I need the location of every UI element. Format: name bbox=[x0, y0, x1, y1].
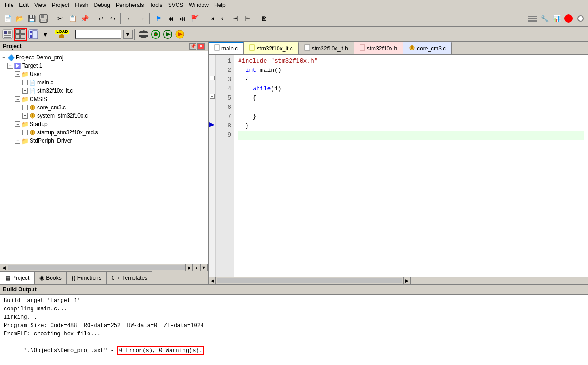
gutter-row-9 bbox=[209, 129, 215, 138]
menu-edit[interactable]: Edit bbox=[16, 1, 32, 9]
corecm3-icon bbox=[29, 104, 36, 111]
expand-corecm3[interactable]: + bbox=[22, 105, 28, 110]
tab-functions[interactable]: {} Functions bbox=[67, 271, 107, 284]
load-button[interactable]: LOAD bbox=[57, 29, 68, 40]
indent-button2[interactable]: ⇥| bbox=[230, 13, 241, 24]
expand-cmsis[interactable]: − bbox=[15, 96, 20, 102]
expand-startups[interactable]: + bbox=[22, 130, 28, 135]
project-pin-button[interactable]: 📌 bbox=[189, 43, 196, 50]
menu-tools[interactable]: Tools bbox=[147, 1, 165, 9]
tree-node-cmsis[interactable]: − 📁 CMSIS bbox=[0, 95, 208, 103]
code-line-3: { bbox=[238, 75, 584, 84]
menu-window[interactable]: Window bbox=[186, 1, 211, 9]
bookmark-button[interactable]: ⚑ bbox=[153, 13, 164, 24]
menu-flash[interactable]: Flash bbox=[72, 1, 91, 9]
indent-button3[interactable]: |⇤ bbox=[242, 13, 253, 24]
target-input[interactable]: Target 1 bbox=[75, 30, 121, 39]
tree-node-user[interactable]: − 📁 User bbox=[0, 70, 208, 78]
toolbar-extra[interactable] bbox=[575, 13, 586, 24]
collapse-btn-5[interactable]: − bbox=[210, 94, 215, 99]
tree-node-corecm3[interactable]: + core_cm3.c bbox=[0, 103, 208, 112]
tree-node-root[interactable]: − 🔷 Project: Demo_proj bbox=[0, 53, 208, 62]
code-editor[interactable]: #include "stm32f10x.h" int main() { whil… bbox=[234, 55, 588, 277]
nav-forward-button[interactable]: → bbox=[136, 13, 147, 24]
collapse-btn-3[interactable]: − bbox=[210, 76, 215, 80]
expand-user[interactable]: − bbox=[15, 71, 20, 77]
component-wizard-button[interactable] bbox=[28, 29, 39, 40]
tab-templates[interactable]: 0→ Templates bbox=[107, 271, 152, 284]
expand-startup[interactable]: − bbox=[15, 121, 20, 127]
toolbar-icon3[interactable]: 📊 bbox=[551, 13, 562, 24]
tree-node-target1[interactable]: − Target 1 bbox=[0, 62, 208, 70]
redo-button[interactable]: ↪ bbox=[107, 13, 119, 24]
tab-project[interactable]: ▦ Project bbox=[0, 271, 34, 284]
editor-scroll-right[interactable]: ▶ bbox=[403, 277, 411, 284]
svg-rect-50 bbox=[360, 45, 365, 50]
project-config-icon-1[interactable] bbox=[2, 29, 13, 40]
expand-mainc[interactable]: + bbox=[22, 80, 28, 85]
scroll-right-arrow[interactable]: ▶ bbox=[185, 264, 193, 271]
properties-button[interactable]: 🗎 bbox=[259, 13, 270, 24]
expand-root[interactable]: − bbox=[1, 55, 6, 60]
menu-project[interactable]: Project bbox=[49, 1, 72, 9]
undo-button[interactable]: ↩ bbox=[95, 13, 107, 24]
toolbar-config-dropdown[interactable] bbox=[527, 13, 538, 24]
editor-tab-itc[interactable]: stm32f10x_it.c bbox=[244, 42, 298, 54]
scroll-track-h[interactable] bbox=[8, 265, 185, 270]
project-close-button[interactable]: ✕ bbox=[197, 43, 205, 50]
indent-less-button[interactable]: ⇤ bbox=[218, 13, 229, 24]
copy-button[interactable]: 📋 bbox=[67, 13, 78, 24]
red-box-icon[interactable] bbox=[14, 28, 27, 41]
tree-node-mainc[interactable]: + 📄 main.c bbox=[0, 78, 208, 87]
target-dropdown[interactable]: ▼ bbox=[123, 30, 133, 39]
menu-view[interactable]: View bbox=[32, 1, 49, 9]
rebuild-button[interactable] bbox=[162, 29, 173, 40]
open-file-button[interactable]: 📂 bbox=[14, 13, 25, 24]
editor-scroll-left[interactable]: ◀ bbox=[209, 277, 216, 284]
editor-tab-ith[interactable]: stm32f10x_it.h bbox=[299, 42, 354, 54]
menu-help[interactable]: Help bbox=[211, 1, 228, 9]
save-all-button[interactable] bbox=[38, 13, 49, 24]
tree-node-itc[interactable]: + 📄 stm32f10x_it.c bbox=[0, 87, 208, 95]
indent-more-button[interactable]: ⇥ bbox=[206, 13, 217, 24]
menu-peripherals[interactable]: Peripherals bbox=[113, 1, 147, 9]
gutter-row-1 bbox=[209, 55, 215, 64]
paste-button[interactable]: 📌 bbox=[79, 13, 90, 24]
menu-file[interactable]: File bbox=[2, 1, 16, 9]
expand-itc[interactable]: + bbox=[22, 88, 28, 94]
tree-node-startups[interactable]: + startup_stm32f10x_md.s bbox=[0, 128, 208, 137]
editor-tab-stm32h[interactable]: stm32f10x.h bbox=[354, 42, 403, 54]
editor-scroll-track[interactable] bbox=[217, 278, 402, 283]
tab-books[interactable]: ◉ Books bbox=[34, 271, 66, 284]
nav-back-button[interactable]: ← bbox=[124, 13, 135, 24]
expand-target1[interactable]: − bbox=[7, 63, 13, 69]
clear-bookmarks-button[interactable]: 🚩 bbox=[189, 13, 200, 24]
save-button[interactable]: 💾 bbox=[26, 13, 37, 24]
scroll-left-arrow[interactable]: ◀ bbox=[0, 264, 7, 271]
editor-tab-corecm3[interactable]: core_cm3.c bbox=[403, 42, 452, 54]
editor-tab-mainc[interactable]: main.c bbox=[209, 42, 244, 54]
expand-stdperiph[interactable]: − bbox=[15, 138, 20, 144]
next-bookmark-button[interactable]: ⏭ bbox=[177, 13, 188, 24]
scroll-down-arrow[interactable]: ▼ bbox=[200, 264, 208, 271]
more-tools-dropdown[interactable]: ▼ bbox=[40, 29, 51, 40]
start-debug-button[interactable] bbox=[174, 29, 185, 40]
grid-view-button[interactable] bbox=[15, 29, 26, 40]
scroll-up-arrow[interactable]: ▲ bbox=[193, 264, 200, 271]
stop-button[interactable] bbox=[563, 13, 574, 24]
toolbar-icon2[interactable]: 🔧 bbox=[539, 13, 550, 24]
project-scrollbar-h[interactable]: ◀ ▶ ▲ ▼ bbox=[0, 264, 208, 271]
menu-svcs[interactable]: SVCS bbox=[165, 1, 186, 9]
menu-debug[interactable]: Debug bbox=[91, 1, 113, 9]
editor-content[interactable]: − − ▶ 1 2 3 4 5 6 7 bbox=[209, 55, 588, 277]
prev-bookmark-button[interactable]: ⏮ bbox=[165, 13, 176, 24]
editor-scrollbar-h[interactable]: ◀ ▶ bbox=[209, 277, 588, 284]
tree-node-system[interactable]: + system_stm32f10x.c bbox=[0, 112, 208, 120]
cut-button[interactable]: ✂ bbox=[55, 13, 66, 24]
tree-node-stdperiph[interactable]: − 📁 StdPeriph_Driver bbox=[0, 137, 208, 145]
build-target-button[interactable] bbox=[150, 29, 161, 40]
options-button[interactable] bbox=[138, 29, 149, 40]
expand-system[interactable]: + bbox=[22, 113, 28, 119]
tree-node-startup[interactable]: − 📁 Startup bbox=[0, 120, 208, 128]
new-file-button[interactable]: 📄 bbox=[2, 13, 13, 24]
